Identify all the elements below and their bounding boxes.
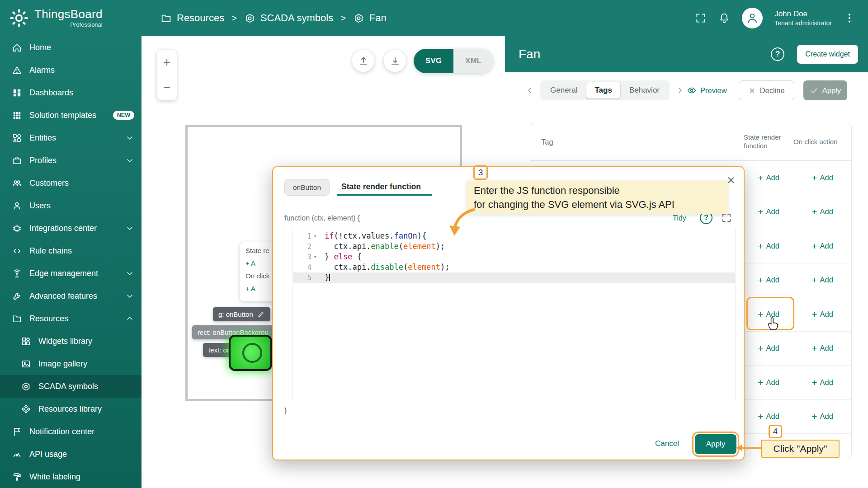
add-state-render-button[interactable]: +Add <box>744 241 793 251</box>
sidebar-item-resources-library[interactable]: Resources library <box>0 398 142 420</box>
sidebar-item-entities[interactable]: Entities <box>0 127 142 149</box>
xml-toggle-button[interactable]: XML <box>453 49 493 73</box>
topbar: Resources>SCADA symbols>Fan John Doe Ten… <box>142 0 868 36</box>
sidebar-item-solution-templates[interactable]: Solution templatesNEW <box>0 104 142 127</box>
sidebar-item-profiles[interactable]: Profiles <box>0 149 142 172</box>
profiles-icon <box>12 155 22 166</box>
sidebar-item-edge-management[interactable]: Edge management <box>0 262 142 285</box>
add-state-render-button[interactable]: +Add <box>744 207 793 216</box>
active-tab-underline <box>337 194 432 196</box>
preview-button[interactable]: Preview <box>687 85 727 95</box>
print-margin-line <box>743 228 743 400</box>
tutorial-close-icon[interactable]: ✕ <box>724 174 738 187</box>
rule-chains-icon <box>12 246 22 256</box>
chevron-down-icon <box>125 133 134 142</box>
column-on-click-action: On click action <box>793 138 851 146</box>
sidebar-item-home[interactable]: Home <box>0 36 142 59</box>
add-state-render-button[interactable]: +Add <box>744 412 793 421</box>
notifications-bell-icon[interactable] <box>718 12 730 24</box>
tutorial-connector-arrowhead <box>736 445 742 451</box>
add-on-click-button[interactable]: +Add <box>793 275 851 285</box>
breadcrumb-item-scada-symbols[interactable]: SCADA symbols <box>244 12 333 24</box>
tab-state-render-function[interactable]: State render function <box>341 182 421 192</box>
sidebar-item-resources[interactable]: Resources <box>0 307 142 330</box>
cancel-button[interactable]: Cancel <box>655 439 679 448</box>
tab-behavior[interactable]: Behavior <box>621 82 668 99</box>
apply-panel-button[interactable]: Apply <box>803 80 847 100</box>
add-state-render-button[interactable]: +Add <box>744 378 793 387</box>
column-tag: Tag <box>530 138 744 146</box>
zoom-out-button[interactable]: − <box>163 81 170 94</box>
sidebar-item-alarms[interactable]: Alarms <box>0 59 142 81</box>
user-avatar-icon <box>745 11 759 25</box>
advanced-features-icon <box>12 291 22 301</box>
integrations-icon <box>12 223 22 234</box>
breadcrumb-item-fan[interactable]: Fan <box>353 12 387 24</box>
sidebar-item-advanced-features[interactable]: Advanced features <box>0 285 142 307</box>
tags-table-header: Tag State render function On click actio… <box>530 123 851 161</box>
onbutton-chip[interactable]: onButton <box>284 179 330 196</box>
eye-icon <box>687 85 697 95</box>
breadcrumb-item-resources[interactable]: Resources <box>160 12 224 24</box>
sidebar-item-image-gallery[interactable]: Image gallery <box>0 352 142 375</box>
panel-header: Fan ? Create widget <box>505 36 868 72</box>
sidebar-item-widgets-library[interactable]: Widgets library <box>0 330 142 352</box>
chevron-right-icon[interactable] <box>675 85 685 95</box>
sidebar-item-users[interactable]: Users <box>0 194 142 217</box>
decline-button[interactable]: Decline <box>739 80 794 100</box>
help-button[interactable]: ? <box>771 47 784 61</box>
avatar[interactable] <box>742 8 763 28</box>
sidebar-item-integrations-center[interactable]: Integrations center <box>0 217 142 239</box>
sidebar-item-api-usage[interactable]: API usage <box>0 443 142 465</box>
tag-chip-g-onbutton[interactable]: g: onButton <box>213 307 270 321</box>
entities-icon <box>12 133 22 143</box>
sidebar-item-scada-symbols[interactable]: SCADA symbols <box>0 375 142 398</box>
add-on-click-button[interactable]: +Add <box>793 310 851 319</box>
svg-toggle-button[interactable]: SVG <box>414 49 453 73</box>
sidebar-item-notification-center[interactable]: Notification center <box>0 420 142 443</box>
add-state-render-button[interactable]: +Add <box>744 343 793 353</box>
thingsboard-logo-icon <box>9 8 29 28</box>
code-line: ctx.api.disable(element); <box>319 262 735 272</box>
download-button[interactable] <box>384 50 406 72</box>
tab-tags[interactable]: Tags <box>586 82 620 99</box>
tab-general[interactable]: General <box>542 82 585 99</box>
fullscreen-icon[interactable] <box>695 12 707 24</box>
panel-tabs: GeneralTagsBehavior <box>540 80 670 100</box>
chevron-left-icon[interactable] <box>525 85 535 95</box>
add-on-click-button[interactable]: +Add <box>793 378 851 387</box>
scada-icon <box>353 13 364 24</box>
app-title: ThingsBoard <box>34 8 103 20</box>
gutter-line: 2 <box>293 241 319 252</box>
sidebar-item-dashboards[interactable]: Dashboards <box>0 81 142 104</box>
on-button-element[interactable] <box>229 335 272 371</box>
add-on-click-button[interactable]: +Add <box>793 173 851 183</box>
app-logo[interactable]: ThingsBoard Professional <box>0 0 142 36</box>
new-badge: NEW <box>113 111 134 120</box>
resources-icon <box>12 314 22 324</box>
kebab-menu-icon[interactable] <box>844 12 855 24</box>
chevron-up-icon <box>125 314 134 323</box>
sidebar-item-customers[interactable]: Customers <box>0 172 142 194</box>
sidebar-item-white-labeling[interactable]: White labeling <box>0 465 142 488</box>
add-state-render-button[interactable]: +Add <box>744 275 793 285</box>
code-editor[interactable]: 1▾23▾45 if(!ctx.values.fanOn){ ctx.api.e… <box>292 228 736 400</box>
api-usage-icon <box>12 449 22 460</box>
fold-icon[interactable]: ▾ <box>311 233 319 239</box>
zoom-in-button[interactable]: + <box>163 56 170 69</box>
add-on-click-button[interactable]: +Add <box>793 343 851 353</box>
add-on-click-button[interactable]: +Add <box>793 207 851 216</box>
add-state-render-button[interactable]: +Add <box>744 173 793 183</box>
tutorial-step-3-line1: Enter the JS function responsible <box>474 183 721 197</box>
upload-button[interactable] <box>352 50 374 72</box>
apply-dialog-button[interactable]: Apply <box>695 434 736 454</box>
function-signature: function (ctx, element) { <box>284 214 360 222</box>
sidebar-item-rule-chains[interactable]: Rule chains <box>0 239 142 262</box>
resources-library-icon <box>21 404 31 414</box>
add-on-click-button[interactable]: +Add <box>793 412 851 421</box>
tutorial-step-4-label: Click "Apply" <box>761 440 840 458</box>
create-widget-button[interactable]: Create widget <box>797 45 858 64</box>
add-on-click-button[interactable]: +Add <box>793 241 851 251</box>
fold-icon[interactable]: ▾ <box>311 254 319 260</box>
tidy-button[interactable]: Tidy <box>673 214 686 222</box>
